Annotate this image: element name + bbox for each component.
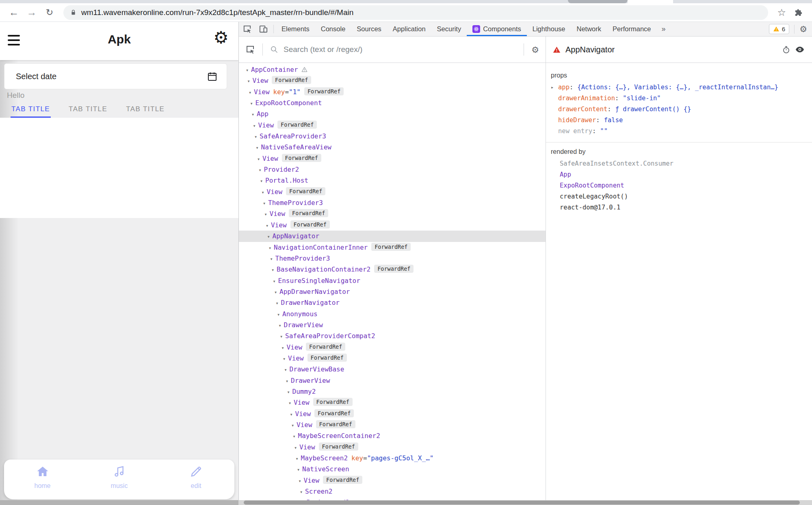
twisty-icon[interactable]: ▾ xyxy=(292,431,297,442)
devtools-tab-lighthouse[interactable]: Lighthouse xyxy=(527,22,571,36)
twisty-icon[interactable]: ▾ xyxy=(290,420,295,431)
tree-row[interactable]: ▾ViewForwardRef xyxy=(239,442,546,453)
twisty-icon[interactable]: ▾ xyxy=(270,265,275,276)
tree-row[interactable]: ▾DrawerView xyxy=(239,319,546,330)
tree-row[interactable]: ▾Screen2 xyxy=(239,486,546,497)
twisty-icon[interactable]: ▾ xyxy=(275,298,280,309)
twisty-icon[interactable]: ▾ xyxy=(273,287,278,298)
tree-row[interactable]: ▾ViewForwardRef xyxy=(239,408,546,419)
inspect-element-icon[interactable] xyxy=(239,22,255,36)
tree-row[interactable]: ▾App xyxy=(239,108,546,119)
twisty-icon[interactable]: ▾ xyxy=(252,121,257,132)
tree-row[interactable]: ▾ViewForwardRef xyxy=(239,75,546,86)
tree-row[interactable]: ▾ViewForwardRef xyxy=(239,397,546,408)
tree-row[interactable]: ▾ViewForwardRef xyxy=(239,475,546,486)
twisty-icon[interactable]: ▾ xyxy=(293,442,298,453)
tree-settings-icon[interactable]: ⚙ xyxy=(531,45,539,54)
prop-row[interactable]: drawerContent:ƒ drawerContent() {} xyxy=(546,104,812,115)
inspect-component-icon[interactable] xyxy=(245,45,255,54)
tree-row[interactable]: ▾AppContainer xyxy=(239,64,546,75)
twisty-icon[interactable]: ▾ xyxy=(262,198,267,209)
nav-item-edit[interactable]: edit xyxy=(158,460,234,499)
search-input[interactable]: Search (text or /regex/) xyxy=(284,45,516,54)
twisty-icon[interactable]: ▾ xyxy=(266,231,271,242)
tree-row[interactable]: ▾Anonymous xyxy=(239,309,546,319)
settings-gear-icon[interactable]: ⚙ xyxy=(213,29,229,46)
devtools-tab-performance[interactable]: Performance xyxy=(607,22,656,36)
tree-row[interactable]: ▾ViewForwardRef xyxy=(239,353,546,364)
twisty-icon[interactable]: ▾ xyxy=(250,109,256,120)
address-bar[interactable]: wm11.wavemakeronline.com/run-7x9x2d8c1p/… xyxy=(63,5,768,20)
tree-row[interactable]: ▾Portal.Host xyxy=(239,175,546,186)
tree-row[interactable]: ▾ViewForwardRef xyxy=(239,120,546,131)
twisty-icon[interactable]: ▾ xyxy=(279,331,284,342)
twisty-icon[interactable]: ▾ xyxy=(289,409,294,420)
devtools-tab-network[interactable]: Network xyxy=(571,22,607,36)
tree-row[interactable]: ▾ViewForwardRef xyxy=(239,419,546,430)
tree-row[interactable]: ▾ThemeProvider3 xyxy=(239,197,546,208)
tree-row[interactable]: ▾NavigationContainerInnerForwardRef xyxy=(239,242,546,253)
nav-item-music[interactable]: music xyxy=(81,460,158,499)
tree-row[interactable]: ▾EnsureSingleNavigator xyxy=(239,275,546,286)
tree-row[interactable]: ▾Viewkey="1"ForwardRef xyxy=(239,86,546,97)
tree-row[interactable]: ▾ViewForwardRef xyxy=(239,186,546,197)
tree-row[interactable]: ▾ViewForwardRef xyxy=(239,208,546,219)
devtools-tab-components[interactable]: Components xyxy=(467,22,527,36)
bookmark-star-icon[interactable]: ☆ xyxy=(777,8,786,17)
prop-row[interactable]: drawerAnimation:"slide-in" xyxy=(546,93,812,104)
calendar-icon[interactable] xyxy=(207,71,218,82)
tree-row[interactable]: ▾DrawerViewBase xyxy=(239,364,546,375)
extensions-icon[interactable] xyxy=(794,8,803,17)
twisty-icon[interactable]: ▾ xyxy=(280,343,286,354)
twisty-icon[interactable]: ▾ xyxy=(296,464,301,475)
twisty-icon[interactable]: ▾ xyxy=(276,309,281,320)
tree-row[interactable]: ▾NativeSafeAreaView xyxy=(239,142,546,153)
twisty-icon[interactable]: ▾ xyxy=(269,254,274,265)
app-tab[interactable]: TAB TITLE xyxy=(11,103,51,118)
twisty-icon[interactable]: ▾ xyxy=(256,154,261,165)
twisty-icon[interactable]: ▾ xyxy=(258,165,263,176)
app-tab[interactable]: TAB TITLE xyxy=(68,103,108,118)
twisty-icon[interactable]: ▾ xyxy=(245,65,250,76)
tree-row[interactable]: ▾SafeAreaProvider3 xyxy=(239,131,546,142)
tree-row[interactable]: ▾ViewForwardRef xyxy=(239,153,546,164)
twisty-icon[interactable]: ▾ xyxy=(297,476,303,487)
twisty-icon[interactable]: ▾ xyxy=(281,354,287,365)
more-tabs-chevron[interactable]: » xyxy=(657,22,671,36)
twisty-icon[interactable]: ▾ xyxy=(260,187,266,198)
devtools-tab-sources[interactable]: Sources xyxy=(351,22,387,36)
forward-button[interactable]: → xyxy=(24,7,39,17)
tree-row[interactable]: ▾SafeAreaProviderCompat2 xyxy=(239,330,546,341)
tree-row[interactable]: ▾ThemeProvider3 xyxy=(239,253,546,264)
tree-row[interactable]: ▾Dummy2 xyxy=(239,386,546,397)
tree-row[interactable]: ▾Provider2 xyxy=(239,164,546,175)
twisty-icon[interactable]: ▾ xyxy=(246,76,251,87)
twisty-icon[interactable]: ▾ xyxy=(277,320,283,331)
devtools-tab-application[interactable]: Application xyxy=(387,22,431,36)
tree-row[interactable]: ▾ViewForwardRef xyxy=(239,220,546,231)
issues-warning-badge[interactable]: 6 xyxy=(769,24,789,34)
tree-row[interactable]: ▾DrawerView xyxy=(239,375,546,386)
horizontal-scrollbar-thumb[interactable] xyxy=(244,501,800,505)
rendered-by-item[interactable]: App xyxy=(546,169,812,180)
devtools-tab-elements[interactable]: Elements xyxy=(276,22,315,36)
twisty-icon[interactable]: ▾ xyxy=(294,453,300,464)
date-picker-field[interactable]: Select date xyxy=(4,63,227,89)
twisty-icon[interactable]: ▾ xyxy=(272,276,277,287)
devtools-tab-console[interactable]: Console xyxy=(315,22,351,36)
prop-row[interactable]: ▸app:{Actions: {…}, Variables: {…}, _rea… xyxy=(546,82,812,93)
twisty-icon[interactable]: ▾ xyxy=(284,376,290,387)
twisty-icon[interactable]: ▾ xyxy=(267,243,273,254)
tree-row[interactable]: ▾MaybeScreen2key="pages-gC5ol_X_…" xyxy=(239,453,546,464)
tree-row[interactable]: ▾AppNavigator xyxy=(239,231,546,242)
twisty-icon[interactable]: ▾ xyxy=(286,387,291,398)
twisty-icon[interactable]: ▾ xyxy=(287,398,292,409)
devtools-tab-security[interactable]: Security xyxy=(431,22,467,36)
devtools-settings-icon[interactable]: ⚙ xyxy=(799,25,807,33)
back-button[interactable]: ← xyxy=(6,7,21,17)
nav-item-home[interactable]: home xyxy=(4,460,81,499)
tree-row[interactable]: ▾ExpoRootComponent xyxy=(239,97,546,108)
twisty-icon[interactable]: ▾ xyxy=(247,87,253,98)
twisty-icon[interactable]: ▾ xyxy=(263,209,269,220)
tree-row[interactable]: ▾DrawerNavigator xyxy=(239,297,546,308)
